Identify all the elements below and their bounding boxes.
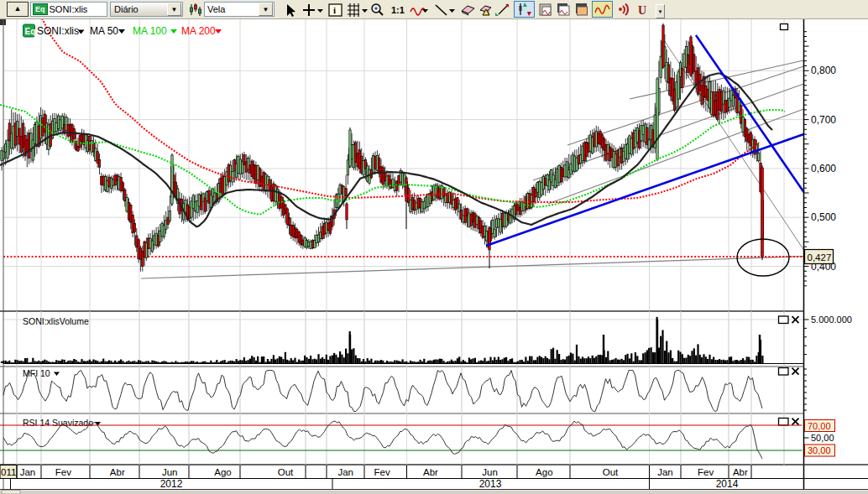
svg-text:Abr: Abr [733, 467, 748, 477]
svg-text:Out: Out [603, 467, 619, 477]
svg-text:Jan: Jan [657, 467, 673, 477]
svg-text:SONI:xlisVolume: SONI:xlisVolume [23, 316, 89, 326]
svg-text:Fev: Fev [698, 467, 714, 477]
svg-text:!: ! [488, 9, 489, 15]
svg-text:2012: 2012 [160, 478, 183, 490]
svg-text:5.000.000: 5.000.000 [811, 315, 852, 325]
svg-text:70,00: 70,00 [808, 421, 831, 431]
svg-text:Out: Out [278, 467, 294, 477]
svg-text:0,600: 0,600 [811, 163, 836, 174]
svg-text:MA 100: MA 100 [133, 25, 167, 37]
svg-text:Ago: Ago [536, 467, 552, 477]
svg-text:Abr: Abr [423, 467, 438, 477]
svg-text:Fev: Fev [374, 467, 390, 477]
svg-text:1:1: 1:1 [391, 5, 405, 15]
svg-text:Fev: Fev [55, 467, 71, 477]
svg-text:50,00: 50,00 [811, 433, 834, 443]
svg-text:011: 011 [1, 467, 16, 477]
svg-text:MA 50: MA 50 [90, 25, 118, 37]
svg-text:0,500: 0,500 [811, 211, 836, 223]
svg-text:0,700: 0,700 [811, 114, 836, 126]
svg-text:Jan: Jan [337, 467, 353, 477]
svg-text:RSI 14 Suavizado: RSI 14 Suavizado [23, 418, 93, 428]
svg-text:Ago: Ago [214, 467, 231, 477]
svg-text:i: i [333, 5, 336, 15]
svg-text:Eq: Eq [25, 27, 36, 36]
svg-text:0,800: 0,800 [811, 65, 836, 76]
svg-text:2013: 2013 [479, 478, 502, 490]
svg-text:Abr: Abr [110, 467, 125, 477]
svg-text:0,427: 0,427 [808, 252, 832, 263]
svg-text:Jun: Jun [482, 467, 498, 477]
svg-text:2014: 2014 [716, 478, 739, 490]
svg-text:SONI:xlis: SONI:xlis [37, 25, 79, 37]
svg-text:30,00: 30,00 [808, 445, 831, 455]
svg-text:U: U [638, 4, 646, 17]
svg-text:Jan: Jan [20, 467, 36, 477]
svg-text:MA 200: MA 200 [181, 25, 216, 37]
svg-text:Jun: Jun [162, 467, 178, 477]
